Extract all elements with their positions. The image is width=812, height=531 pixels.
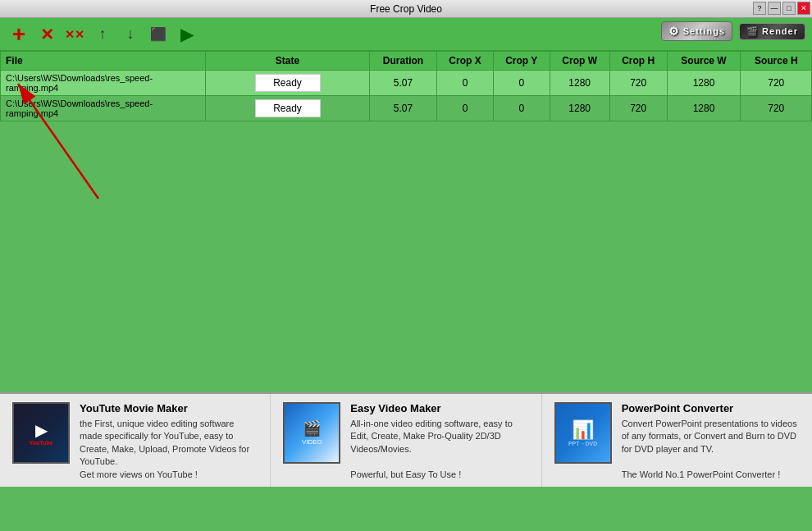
state-badge: Ready	[255, 74, 321, 92]
ad-desc-ppt: Convert PowerPoint presentations to vide…	[622, 418, 800, 481]
main-content	[0, 121, 812, 392]
col-duration: Duration	[370, 52, 437, 71]
render-label: Render	[762, 26, 798, 36]
render-button[interactable]: 🎬 Render	[739, 23, 805, 40]
ad-title-youtube: YouTute Movie Maker	[80, 402, 258, 414]
cell-crop-y: 0	[493, 71, 550, 96]
ad-text-video: Easy Video Maker All-in-one video editin…	[350, 402, 528, 481]
cell-state: Ready	[206, 71, 370, 96]
ad-text-youtube: YouTute Movie Maker the First, unique vi…	[80, 402, 258, 481]
col-crop-h: Crop H	[609, 52, 667, 71]
cell-file: C:\Users\WS\Downloads\res_speed-ramping.…	[1, 96, 206, 121]
col-crop-y: Crop Y	[493, 52, 550, 71]
col-file: File	[1, 52, 206, 71]
ad-bar: ▶ YouTube YouTute Movie Maker the First,…	[0, 392, 812, 487]
cell-state: Ready	[206, 96, 370, 121]
file-table: File State Duration Crop X Crop Y Crop W…	[0, 51, 812, 121]
help-button[interactable]: ?	[753, 2, 766, 15]
col-source-h: Source H	[741, 52, 812, 71]
ad-thumb-video: 🎬 VIDEO	[283, 402, 340, 464]
move-down-button[interactable]: ↓	[118, 22, 143, 47]
cell-source-h: 720	[741, 71, 812, 96]
ad-desc-youtube: the First, unique video editing software…	[80, 418, 258, 481]
cell-source-w: 1280	[667, 96, 741, 121]
table-area: File State Duration Crop X Crop Y Crop W…	[0, 51, 812, 121]
settings-button[interactable]: ⚙ Settings	[661, 21, 732, 41]
col-source-w: Source W	[667, 52, 741, 71]
cell-crop-x: 0	[437, 96, 494, 121]
window-title: Free Crop Video	[370, 3, 442, 15]
ad-item-youtube[interactable]: ▶ YouTube YouTute Movie Maker the First,…	[0, 394, 271, 487]
state-badge: Ready	[255, 99, 321, 117]
minimize-button[interactable]: —	[768, 2, 781, 15]
cell-crop-w: 1280	[550, 71, 609, 96]
cell-crop-w: 1280	[550, 96, 609, 121]
ad-title-ppt: PowerPoint Converter	[622, 402, 800, 414]
title-bar: Free Crop Video ? — □ ✕	[0, 0, 812, 18]
ad-title-video: Easy Video Maker	[350, 402, 528, 414]
ad-thumb-ppt: 📊 PPT→DVD	[554, 402, 612, 464]
cell-crop-x: 0	[437, 71, 494, 96]
crop-settings-button[interactable]: ⬛	[146, 22, 171, 47]
cell-file: C:\Users\WS\Downloads\res_speed-ramping.…	[1, 71, 206, 96]
col-state: State	[206, 52, 370, 71]
settings-label: Settings	[683, 26, 725, 36]
title-bar-controls[interactable]: ? — □ ✕	[753, 2, 810, 15]
toolbar: + ✕ ✕✕ ↑ ↓ ⬛ ▶ ⚙ Settings 🎬 Render	[0, 18, 812, 51]
toolbar-right: ⚙ Settings 🎬 Render	[661, 21, 805, 41]
col-crop-w: Crop W	[550, 52, 609, 71]
cell-duration: 5.07	[370, 71, 437, 96]
cell-source-w: 1280	[667, 71, 741, 96]
cell-crop-h: 720	[609, 71, 667, 96]
render-icon: 🎬	[746, 26, 759, 37]
table-row[interactable]: C:\Users\WS\Downloads\res_speed-ramping.…	[1, 96, 812, 121]
ad-text-ppt: PowerPoint Converter Convert PowerPoint …	[622, 402, 800, 481]
remove-file-button[interactable]: ✕	[34, 22, 59, 47]
col-crop-x: Crop X	[437, 52, 494, 71]
close-button[interactable]: ✕	[797, 2, 810, 15]
move-up-button[interactable]: ↑	[90, 22, 115, 47]
cell-duration: 5.07	[370, 96, 437, 121]
maximize-button[interactable]: □	[782, 2, 796, 15]
ad-item-video[interactable]: 🎬 VIDEO Easy Video Maker All-in-one vide…	[271, 394, 541, 487]
cell-source-h: 720	[741, 96, 812, 121]
ad-item-ppt[interactable]: 📊 PPT→DVD PowerPoint Converter Convert P…	[542, 394, 812, 487]
add-file-button[interactable]: +	[7, 22, 31, 47]
play-button[interactable]: ▶	[174, 22, 198, 47]
clear-all-button[interactable]: ✕✕	[62, 22, 87, 47]
table-row[interactable]: C:\Users\WS\Downloads\res_speed-ramping.…	[1, 71, 812, 96]
ad-desc-video: All-in-one video editing software, easy …	[350, 418, 528, 481]
cell-crop-y: 0	[493, 96, 550, 121]
cell-crop-h: 720	[609, 96, 667, 121]
ad-thumb-youtube: ▶ YouTube	[12, 402, 70, 464]
gear-icon: ⚙	[668, 25, 680, 38]
